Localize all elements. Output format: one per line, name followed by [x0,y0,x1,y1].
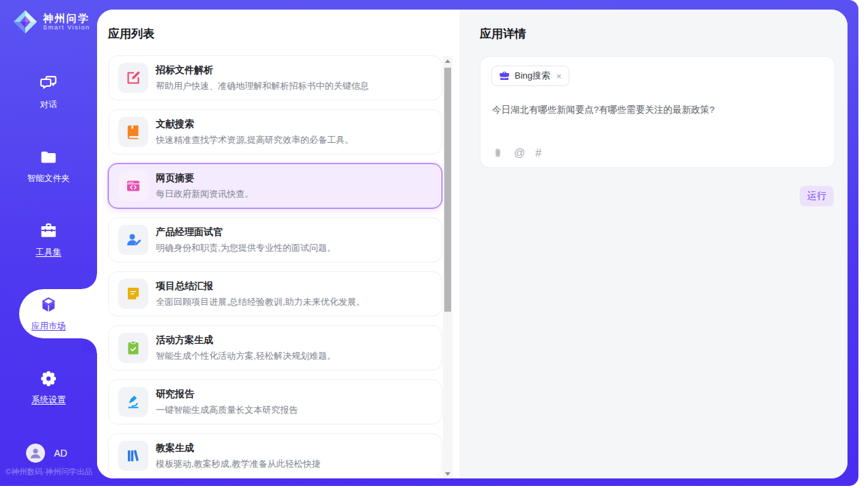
sidebar-item-settings[interactable]: 系统设置 [0,351,97,424]
bubble-curve-top [82,274,97,289]
briefcase-icon [499,70,510,81]
note-icon [118,279,148,309]
app-frame: 神州问学 Smart Vision 对话 智能文件夹 工具集 应用市场 系统设置 [0,0,858,486]
tool-tag-bing-search[interactable]: Bing搜索 × [491,66,569,86]
app-description: 帮助用户快速、准确地理解和解析招标书中的关键信息 [156,80,369,92]
app-name: 项目总结汇报 [156,280,365,293]
app-detail-title: 应用详情 [480,26,526,42]
app-name: 文献搜索 [156,118,354,131]
app-name: 招标文件解析 [156,64,369,77]
brand-name: 神州问学 [43,12,90,24]
app-card-list: 招标文件解析 帮助用户快速、准确地理解和解析招标书中的关键信息 文献搜索 快速精… [108,55,442,478]
app-description: 模板驱动,教案秒成,教学准备从此轻松快捷 [156,458,321,470]
sidebar-item-label: 智能文件夹 [27,173,70,185]
web-icon [118,171,148,201]
hash-variable-icon[interactable]: # [535,147,541,159]
app-name: 产品经理面试官 [156,226,336,239]
scroll-up-button[interactable] [443,56,452,66]
app-description: 每日政府新闻资讯快查。 [156,188,254,200]
app-list-panel: 应用列表 招标文件解析 帮助用户快速、准确地理解和解析招标书中的关键信息 文献搜… [97,10,459,478]
sidebar: 神州问学 Smart Vision 对话 智能文件夹 工具集 应用市场 系统设置 [0,0,97,486]
prompt-text[interactable]: 今日湖北有哪些新闻要点?有哪些需要关注的最新政策? [492,103,824,116]
app-list-title: 应用列表 [108,26,154,42]
app-card[interactable]: 项目总结汇报 全面回顾项目进展,总结经验教训,助力未来优化发展。 [108,271,442,316]
lesson-icon [118,441,148,471]
sidebar-item-label: 工具集 [36,247,62,258]
app-card[interactable]: 活动方案生成 智能生成个性化活动方案,轻松解决规划难题。 [108,325,442,370]
app-description: 一键智能生成高质量长文本研究报告 [156,404,298,416]
chat-icon [39,74,58,93]
gem-logo-icon [12,9,38,35]
avatar [26,444,45,463]
brand-logo: 神州问学 Smart Vision [12,9,90,35]
tool-tag-label: Bing搜索 [515,70,550,82]
prompt-card[interactable]: Bing搜索 × 今日湖北有哪些新闻要点?有哪些需要关注的最新政策? @ # [480,56,835,168]
sidebar-item-smart-folder[interactable]: 智能文件夹 [0,129,97,203]
main-surface: 应用列表 招标文件解析 帮助用户快速、准确地理解和解析招标书中的关键信息 文献搜… [97,10,847,478]
sidebar-item-label: 对话 [40,99,57,111]
book-icon [118,117,148,147]
sidebar-item-app-market[interactable]: 应用市场 [0,277,97,351]
toolbox-icon [39,221,58,241]
attachment-toolbar: @ # [492,147,541,159]
app-description: 全面回顾项目进展,总结经验教训,助力未来优化发展。 [156,296,365,308]
app-name: 活动方案生成 [156,334,336,347]
tag-close-icon[interactable]: × [556,71,562,81]
app-card[interactable]: 教案生成 模板驱动,教案秒成,教学准备从此轻松快捷 [108,433,442,478]
app-name: 研究报告 [156,388,298,401]
sidebar-item-toolset[interactable]: 工具集 [0,203,97,277]
app-name: 教案生成 [156,442,321,455]
brand-text: 神州问学 Smart Vision [43,12,90,31]
app-description: 快速精准查找学术资源,提高研究效率的必备工具。 [156,134,354,146]
triangle-down-icon [445,472,450,476]
app-card[interactable]: 研究报告 一键智能生成高质量长文本研究报告 [108,379,442,424]
list-scrollbar[interactable] [443,56,452,478]
cube-icon [39,295,58,314]
gear-icon [39,369,58,388]
app-detail-panel: 应用详情 Bing搜索 × 今日湖北有哪些新闻要点?有哪些需要关注的最新政策? [459,10,847,478]
app-name: 网页摘要 [156,172,254,185]
plan-icon [118,333,148,363]
sidebar-item-label: 系统设置 [31,394,66,406]
sidebar-nav: 对话 智能文件夹 工具集 应用市场 系统设置 [0,55,97,424]
scroll-down-button[interactable] [443,469,452,478]
at-mention-icon[interactable]: @ [514,147,525,159]
user-initials: AD [54,448,67,459]
paperclip-icon[interactable] [492,147,504,159]
run-button[interactable]: 运行 [800,186,834,206]
app-card[interactable]: 产品经理面试官 明确身份和职责,为您提供专业性的面试问题。 [108,217,442,262]
brand-subtitle: Smart Vision [43,24,90,31]
sidebar-item-label: 应用市场 [31,321,66,332]
copyright-text: ©神州数码·神州问学出品 [5,467,92,477]
app-card[interactable]: 网页摘要 每日政府新闻资讯快查。 [108,163,442,208]
app-description: 明确身份和职责,为您提供专业性的面试问题。 [156,242,336,254]
sidebar-item-chat[interactable]: 对话 [0,55,97,129]
user-chip[interactable]: AD [26,444,67,463]
folder-icon [39,148,58,167]
app-card[interactable]: 招标文件解析 帮助用户快速、准确地理解和解析招标书中的关键信息 [108,55,442,100]
edit-icon [118,63,148,93]
triangle-up-icon [445,59,450,63]
app-card[interactable]: 文献搜索 快速精准查找学术资源,提高研究效率的必备工具。 [108,109,442,154]
scrollbar-thumb[interactable] [444,68,451,312]
app-description: 智能生成个性化活动方案,轻松解决规划难题。 [156,350,336,362]
interview-icon [118,225,148,255]
report-icon [118,387,148,417]
